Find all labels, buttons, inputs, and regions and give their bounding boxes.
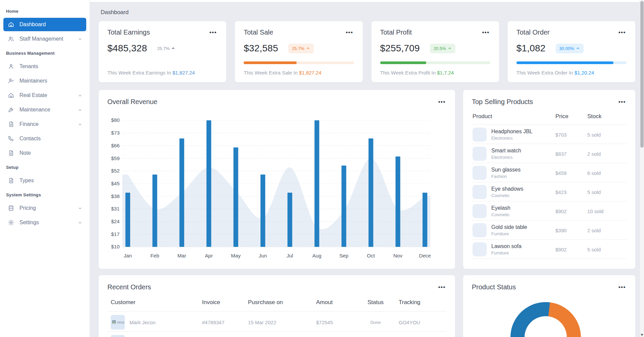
product-category: Electronics [491,155,521,160]
vertical-scrollbar[interactable] [640,0,644,337]
main-content: Dashboard Total Earnings•••$485,32825.7%… [90,0,644,337]
product-price: $459 [555,170,587,176]
sidebar-item-settings[interactable]: Settings [3,216,86,229]
sidebar-item-staff-management[interactable]: Staff Management [3,32,86,46]
product-stock: 6 sold [587,170,626,176]
svg-text:May: May [231,253,241,258]
sidebar-item-label: Dashboard [19,21,82,28]
stat-value: $32,585 [244,43,278,54]
product-stock: 2 sold [587,151,626,157]
svg-text:Jan: Jan [124,253,132,258]
product-row-eyelash[interactable]: EyelashCosmetic$90210 sold [472,201,627,221]
svg-text:$73: $73 [111,130,119,136]
customer-avatar-broken-image: rece [111,315,125,330]
sidebar-item-contacts[interactable]: Contacts [3,132,86,145]
revenue-bar-chart: $10$17$24$31$38$45$52$59$66$73$80JanFebM… [107,108,446,261]
product-stock: 5 sold [587,247,626,252]
sidebar-item-real-estate[interactable]: Real Estate [3,89,86,102]
sidebar-item-finance[interactable]: Finance [3,117,86,131]
svg-text:$59: $59 [111,155,119,161]
sidebar-item-label: Contacts [19,136,82,142]
product-name: Eye shadows [491,186,523,192]
top-strip [90,0,644,2]
stat-footer: This Week Extra Earnings In $1,827.24 [107,70,195,76]
sidebar-item-maintainers[interactable]: Maintainers [3,74,86,88]
product-thumbnail [473,223,487,237]
stat-value: $485,328 [107,43,147,54]
more-options-button[interactable]: ••• [618,99,627,105]
product-row-eye-shadows[interactable]: Eye shadowsCosmetic$4235 sold [472,182,627,201]
stat-card-total-order: Total Order•••$1,08230.00%This Week Extr… [508,21,635,82]
scrollbar-down-arrow-icon[interactable] [641,334,643,336]
svg-text:$24: $24 [111,219,119,224]
order-row-partial[interactable]: rece [107,332,446,337]
chevron-up-icon [306,46,310,50]
sidebar-item-tenants[interactable]: Tenants [3,60,86,73]
sidebar-section-title-system-settings: System Settings [3,188,86,201]
change-badge: 20.5% [430,44,455,53]
sidebar-item-label: Settings [19,220,78,226]
top-selling-title: Top Selling Products [472,98,533,106]
svg-text:Oct: Oct [367,253,375,258]
progress-bar [380,61,490,64]
stat-footer-amount: $1,20.24 [575,70,594,76]
svg-text:$38: $38 [111,193,119,199]
stat-footer-amount: $1,827.24 [172,70,195,76]
sidebar-item-label: Finance [19,121,78,127]
user-check-icon [7,77,15,85]
stat-card-title: Total Earnings [107,29,150,36]
svg-text:Feb: Feb [150,253,159,258]
product-row-sun-glasses[interactable]: Sun glassesFashion$4596 sold [472,163,627,182]
more-options-button[interactable]: ••• [345,30,354,36]
phone-icon [7,135,15,142]
svg-text:$52: $52 [111,168,119,174]
col-status: Status [352,299,399,306]
order-row-mark-jecon[interactable]: receMark Jecon#478934715 Mar 2022$72545D… [107,311,446,332]
more-options-button[interactable]: ••• [438,284,446,290]
chevron-up-icon [448,46,452,50]
svg-text:Nov: Nov [393,253,403,258]
product-row-lawson-sofa[interactable]: Lawson sofaFurniture$9025 sold [472,240,627,259]
sidebar-section-title-home: Home [3,5,86,17]
product-row-smart-watch[interactable]: Smart watchElectronics$8372 sold [472,144,627,163]
order-status: Done [352,320,399,325]
more-options-button[interactable]: ••• [481,30,490,36]
stat-footer: This Week Extra Profit In $1,7.24 [380,70,454,76]
broken-image-icon [111,320,116,325]
sidebar-item-types[interactable]: Types [3,174,86,187]
product-name: Sun glasses [491,167,521,173]
recent-orders-title: Recent Orders [107,283,151,291]
sidebar-section-title-business-management: Business Management [3,47,86,59]
products-table-header: Product Price Stock [472,113,627,125]
sidebar-item-note[interactable]: Note [3,146,86,160]
sidebar-item-label: Staff Management [19,36,78,42]
stat-footer-amount: $1,827.24 [299,70,321,76]
chevron-up-icon [171,46,175,50]
product-row-gold-side-table[interactable]: Gold side tableFurniture$3902 sold [472,221,627,240]
sidebar-item-label: Maintenance [19,107,78,113]
chevron-up-icon [576,46,580,50]
orders-table-header: Customer Invoice Pusrchase on Amout Stat… [107,299,446,311]
more-options-button[interactable]: ••• [209,30,217,36]
users-icon [7,35,15,43]
stat-footer: This Week Extra Sale In $1,827.24 [244,70,321,76]
scrollbar-thumb[interactable] [640,1,644,148]
file-icon [7,149,15,157]
more-options-button[interactable]: ••• [438,99,446,105]
col-product: Product [473,113,555,120]
middle-row: Overall Revenue ••• $10$17$24$31$38$45$5… [99,90,635,268]
more-options-button[interactable]: ••• [618,30,627,36]
svg-text:Mar: Mar [178,253,186,258]
sidebar-item-dashboard[interactable]: Dashboard [3,18,86,31]
product-name: Smart watch [491,148,521,154]
file-icon [7,121,15,128]
sidebar-item-label: Real Estate [19,92,78,98]
sidebar-item-pricing[interactable]: Pricing [3,201,86,215]
bottom-row: Recent Orders ••• Customer Invoice Pusrc… [99,275,635,337]
more-options-button[interactable]: ••• [618,284,627,290]
product-row-headphones-jbl[interactable]: Headphones JBLElectronics$7035 sold [472,125,627,144]
change-badge: 25.7% [157,46,175,51]
chevron-down-icon [78,37,82,41]
stat-card-title: Total Profit [380,29,412,36]
sidebar-item-maintenance[interactable]: Maintenance [3,103,86,116]
